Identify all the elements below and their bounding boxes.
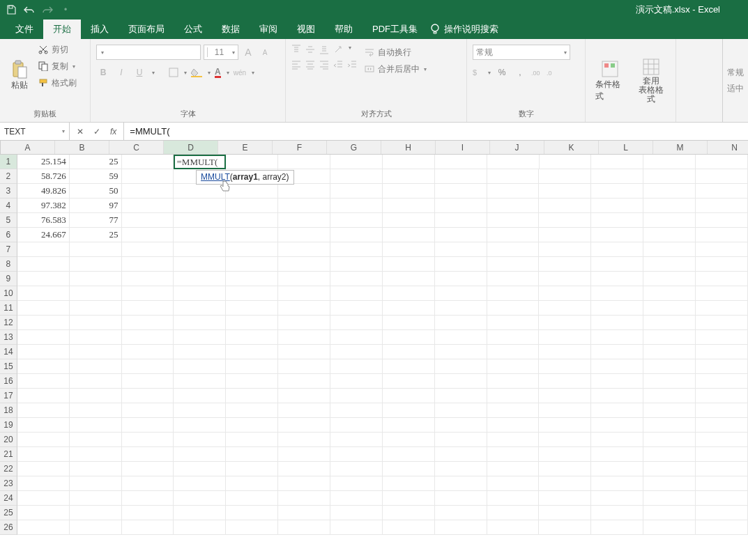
paste-button[interactable]: 粘贴 [6,42,33,109]
cell-H15[interactable] [383,359,435,374]
column-header-F[interactable]: F [273,141,327,154]
cell-I5[interactable] [435,213,487,228]
cell-I16[interactable] [435,374,487,389]
cell-D25[interactable] [174,506,226,520]
cell-M10[interactable] [643,286,696,301]
undo-icon[interactable] [24,4,35,15]
cell-B15[interactable] [70,359,122,374]
cell-C25[interactable] [122,506,174,520]
cell-A14[interactable] [17,345,70,359]
row-header-25[interactable]: 25 [0,506,17,520]
italic-button[interactable]: I [114,68,128,77]
cell-F25[interactable] [278,506,330,520]
cell-G14[interactable] [330,345,383,359]
cell-A13[interactable] [17,330,70,345]
cell-F3[interactable] [278,184,330,199]
cell-D13[interactable] [174,330,226,345]
cell-C5[interactable] [122,213,174,228]
row-header-22[interactable]: 22 [0,462,17,476]
cell-N12[interactable] [696,316,748,330]
cell-D14[interactable] [174,345,226,359]
cell-K13[interactable] [539,330,591,345]
cell-N19[interactable] [696,418,748,433]
cell-I2[interactable] [435,169,487,184]
cell-K2[interactable] [539,169,591,184]
cell-K5[interactable] [539,213,591,228]
cell-K23[interactable] [539,476,591,491]
cell-J3[interactable] [487,184,540,199]
cell-F24[interactable] [278,491,330,506]
cell-B26[interactable] [70,520,122,535]
cell-D21[interactable] [174,447,226,462]
cell-N22[interactable] [696,462,748,476]
row-header-5[interactable]: 5 [0,213,17,228]
cell-M9[interactable] [643,272,696,286]
cell-E19[interactable] [226,418,278,433]
cell-C13[interactable] [122,330,174,345]
cell-I20[interactable] [435,433,487,447]
cell-D17[interactable] [174,389,226,403]
cell-L2[interactable] [591,169,643,184]
cell-I3[interactable] [435,184,487,199]
cell-F19[interactable] [278,418,330,433]
format-painter-button[interactable]: 格式刷 [38,75,77,91]
number-format-combo[interactable]: 常规 ▾ [473,45,570,60]
cell-J16[interactable] [487,374,540,389]
cell-B7[interactable] [70,242,122,257]
cell-L1[interactable] [591,155,643,169]
cell-E11[interactable] [226,301,278,316]
cell-N3[interactable] [696,184,748,199]
cell-M3[interactable] [643,184,696,199]
cell-L12[interactable] [591,316,643,330]
cell-E22[interactable] [226,462,278,476]
cell-E6[interactable] [226,228,278,242]
cell-H9[interactable] [383,272,435,286]
cell-H5[interactable] [383,213,435,228]
cell-E12[interactable] [226,316,278,330]
cell-M26[interactable] [643,520,696,535]
cell-G11[interactable] [330,301,383,316]
cell-M21[interactable] [643,447,696,462]
cell-E8[interactable] [226,257,278,272]
cell-K24[interactable] [539,491,591,506]
cell-M7[interactable] [643,242,696,257]
insert-function-icon[interactable]: fx [110,127,116,137]
cell-C4[interactable] [122,199,174,213]
cell-K8[interactable] [539,257,591,272]
cell-K6[interactable] [539,228,591,242]
cell-F11[interactable] [278,301,330,316]
cell-H23[interactable] [383,476,435,491]
cell-G15[interactable] [330,359,383,374]
cell-I8[interactable] [435,257,487,272]
cell-D16[interactable] [174,374,226,389]
row-header-24[interactable]: 24 [0,491,17,506]
cell-L26[interactable] [591,520,643,535]
cell-J14[interactable] [487,345,540,359]
cell-D22[interactable] [174,462,226,476]
cell-G20[interactable] [330,433,383,447]
cell-B5[interactable]: 77 [70,213,122,228]
cell-K3[interactable] [539,184,591,199]
cell-G8[interactable] [330,257,383,272]
cell-C17[interactable] [122,389,174,403]
font-name-combo[interactable]: ▾ [96,45,201,60]
cell-H12[interactable] [383,316,435,330]
cell-E7[interactable] [226,242,278,257]
increase-indent-icon[interactable] [347,60,357,70]
cell-C21[interactable] [122,447,174,462]
cell-E20[interactable] [226,433,278,447]
cell-A5[interactable]: 76.583 [17,213,70,228]
cell-C18[interactable] [122,403,174,418]
cell-A1[interactable]: 25.154 [17,155,70,169]
cell-M17[interactable] [643,389,696,403]
accounting-icon[interactable]: $ [473,68,482,77]
column-header-B[interactable]: B [55,141,109,154]
cell-F1[interactable] [278,155,330,169]
cell-B11[interactable] [70,301,122,316]
cell-F6[interactable] [278,228,330,242]
align-bottom-icon[interactable] [319,45,329,54]
cell-K26[interactable] [539,520,591,535]
cell-E26[interactable] [226,520,278,535]
cell-M13[interactable] [643,330,696,345]
cell-E5[interactable] [226,213,278,228]
